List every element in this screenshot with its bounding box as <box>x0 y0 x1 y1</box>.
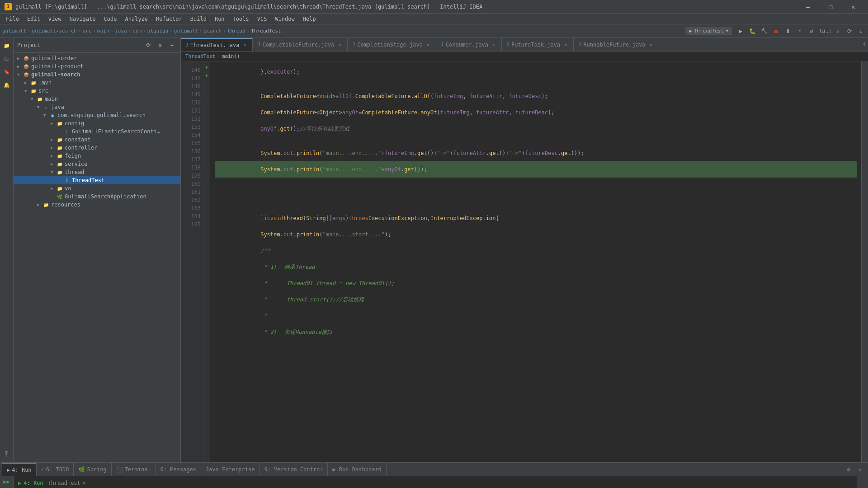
menu-item-build[interactable]: Build <box>187 15 210 23</box>
menu-item-view[interactable]: View <box>45 15 65 23</box>
tree-item-thread[interactable]: ▼ 📁 thread <box>14 168 180 176</box>
tree-item-main[interactable]: ▼ 📁 main <box>14 95 180 103</box>
menu-item-code[interactable]: Code <box>100 15 121 23</box>
build-button[interactable]: 🔨 <box>760 26 769 36</box>
tab-run[interactable]: ▶ 4: Run <box>2 463 37 476</box>
run-config-selector[interactable]: ▶ ThreadTest ▾ <box>685 27 732 35</box>
bc-main[interactable]: main() <box>222 53 240 59</box>
tab-consumer[interactable]: J Consumer.java ✕ <box>436 38 502 52</box>
project-sync-icon[interactable]: ⟳ <box>143 40 153 50</box>
tab-messages[interactable]: 0: Messages <box>156 463 201 476</box>
tree-item-gulimall-search-app[interactable]: 🌿 GulimallSearchApplication <box>14 192 180 201</box>
debug-button[interactable]: 🐛 <box>748 26 758 36</box>
menu-item-file[interactable]: File <box>2 15 23 23</box>
run-tab-name: 4: Run <box>24 479 43 488</box>
tree-item-java[interactable]: ▼ ☕ java <box>14 103 180 111</box>
tree-item-config[interactable]: ▶ 📁 config <box>14 119 180 127</box>
tab-futuretask[interactable]: J FutureTask.java ✕ <box>502 38 574 52</box>
menu-item-navigate[interactable]: Navigate <box>66 15 99 23</box>
tree-item-package[interactable]: ▼ ◉ com.atguigu.gulimall.search <box>14 111 180 119</box>
tab-close-runnablefuture[interactable]: ✕ <box>648 42 654 48</box>
coverage-button[interactable]: ⚡ <box>795 26 805 36</box>
tab-todo[interactable]: ✓ 6: TODO <box>37 463 74 476</box>
tab-version-control[interactable]: 9: Version Control <box>259 463 328 476</box>
menu-item-analyze[interactable]: Analyze <box>121 15 151 23</box>
nav-atguigu[interactable]: atguigu <box>147 28 168 34</box>
tab-run-dashboard[interactable]: ▶ Run Dashboard <box>328 463 386 476</box>
maximize-button[interactable]: ❐ <box>821 0 841 14</box>
nav-main[interactable]: main <box>97 28 109 34</box>
tab-close-consumer[interactable]: ✕ <box>491 42 497 48</box>
project-collapse-icon[interactable]: − <box>167 40 177 50</box>
tree-item-vo[interactable]: ▶ 📁 vo <box>14 184 180 192</box>
nav-gulimall2[interactable]: gulimall <box>174 28 198 34</box>
tree-item-gulimall-search[interactable]: ▼ 📦 gulimall-search <box>14 70 180 79</box>
tree-item-controller[interactable]: ▶ 📁 controller <box>14 144 180 152</box>
git-push-icon[interactable]: ⟳ <box>844 26 854 36</box>
menu-item-tools[interactable]: Tools <box>229 15 253 23</box>
tab-completionstage[interactable]: J CompletionStage.java ✕ <box>348 38 436 52</box>
bc-threadtest[interactable]: ThreadTest <box>185 53 215 59</box>
sidebar-icon-bookmarks[interactable]: 🔖 <box>1 66 12 77</box>
git-commit-icon[interactable]: ✓ <box>833 26 843 36</box>
bottom-close-icon[interactable]: ✕ <box>855 465 864 474</box>
tree-item-gulimall-product[interactable]: ▶ 📦 gulimall-product <box>14 62 180 70</box>
run-output[interactable]: ▶ 4: Run ThreadTest ✕ E:\javaEE\java\jdk… <box>14 476 857 488</box>
tab-completablefuture[interactable]: J CompletableFuture.java ✕ <box>253 38 348 52</box>
tab-terminal[interactable]: ⬛ Terminal <box>112 463 156 476</box>
code-line-163: * thread.start();//启动线程 <box>215 291 857 308</box>
sidebar-icon-database[interactable]: 🗄 <box>1 449 12 460</box>
right-scroll[interactable] <box>861 61 868 462</box>
tree-item-resources[interactable]: ▶ 📁 resources <box>14 201 180 209</box>
nav-java[interactable]: java <box>115 28 127 34</box>
folder-icon: 📦 <box>23 63 30 70</box>
tree-item-threadtest[interactable]: C ThreadTest <box>14 176 180 184</box>
menu-item-edit[interactable]: Edit <box>24 15 44 23</box>
tree-item-gulimall-order[interactable]: ▶ 📦 gulimall-order <box>14 54 180 62</box>
code-line-151 <box>215 137 857 145</box>
tree-item-mvn[interactable]: ▶ 📁 .mvn <box>14 79 180 87</box>
tab-close-threadtest[interactable]: ✕ <box>241 42 248 48</box>
nav-src[interactable]: src <box>83 28 92 34</box>
run-button[interactable]: ▶ <box>736 26 746 36</box>
git-update-icon[interactable]: ↓ <box>856 26 866 36</box>
nav-search[interactable]: search <box>203 28 222 34</box>
project-settings-icon[interactable]: ⚙ <box>155 40 165 50</box>
bottom-settings-icon[interactable]: ⚙ <box>844 465 853 474</box>
tab-threadtest[interactable]: J ThreadTest.java ✕ <box>181 38 253 52</box>
sidebar-icon-notifications[interactable]: 🔔 <box>1 80 12 90</box>
nav-gulimall-search[interactable]: gulimall-search <box>32 28 77 34</box>
tab-close-completable[interactable]: ✕ <box>336 42 343 48</box>
tab-close-futuretask[interactable]: ✕ <box>562 42 569 48</box>
rerun-button[interactable]: ↺ <box>807 26 816 36</box>
tab-java-enterprise[interactable]: Java Enterprise <box>201 463 259 476</box>
tree-item-src[interactable]: ▼ 📁 src <box>14 87 180 95</box>
close-button[interactable]: ✕ <box>843 0 863 14</box>
tab-spring[interactable]: 🌿 Spring <box>74 463 111 476</box>
tab-close-completion[interactable]: ✕ <box>425 42 431 48</box>
menu-item-help[interactable]: Help <box>299 15 320 23</box>
sidebar-icon-structure[interactable]: 🗂 <box>1 53 12 64</box>
package-icon: ◉ <box>49 112 56 119</box>
sidebar-icon-project[interactable]: 📁 <box>1 40 12 51</box>
tree-item-feign[interactable]: ▶ 📁 feign <box>14 152 180 160</box>
code-content[interactable]: },executor); CompletableFuture<Void> all… <box>210 61 861 462</box>
tree-item-service[interactable]: ▶ 📁 service <box>14 160 180 168</box>
run-content: ▶▶ ↑ ■ ↓ 📷 ↩ ⬇ ⊞ 🗑 ▶ 4: Run ThreadTest ✕… <box>0 476 868 488</box>
pause-button[interactable]: ⏸ <box>783 26 793 36</box>
minimize-button[interactable]: — <box>798 0 818 14</box>
menu-item-run[interactable]: Run <box>211 15 228 23</box>
menu-item-vcs[interactable]: VCS <box>254 15 271 23</box>
menu-item-refactor[interactable]: Refactor <box>152 15 186 23</box>
nav-threadtest[interactable]: ThreadTest <box>251 28 281 34</box>
menu-item-window[interactable]: Window <box>271 15 298 23</box>
rerun-run-icon[interactable]: ▶▶ <box>2 479 11 485</box>
java-source-icon: ☕ <box>42 103 50 111</box>
tree-item-constant[interactable]: ▶ 📁 constant <box>14 136 180 144</box>
nav-com[interactable]: com <box>132 28 142 34</box>
nav-thread[interactable]: thread <box>227 28 245 34</box>
tab-runnablefuture[interactable]: J RunnableFuture.java ✕ <box>574 38 659 52</box>
nav-gulimall[interactable]: gulimall <box>2 28 26 34</box>
stop-button[interactable]: ■ <box>771 26 781 36</box>
tree-item-gulimall-elastic[interactable]: C GulimallElasticSearchConfi… <box>14 127 180 136</box>
